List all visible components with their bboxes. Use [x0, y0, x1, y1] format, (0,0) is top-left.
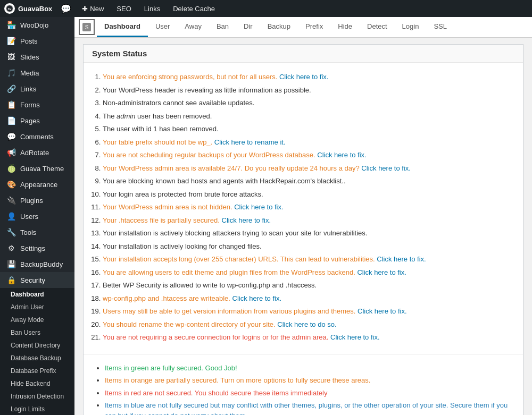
sidebar-item-label: Appearance	[20, 181, 57, 189]
tab-prefix[interactable]: Prefix	[298, 17, 330, 37]
status-list: You are enforcing strong passwords, but …	[84, 63, 523, 352]
status-item-14: Your installation is actively looking fo…	[103, 241, 514, 252]
tab-away[interactable]: Away	[177, 17, 209, 37]
admin-bar: W GuavaBox 💬 ✚ New SEO Links Delete Cach…	[0, 0, 532, 17]
plugin-tabs: Dashboard User Away Ban Dir Backup Prefi…	[97, 17, 454, 37]
legend-item-red: Items in red are not secured. You should…	[105, 388, 514, 399]
status-item-20: You should rename the wp-content directo…	[103, 319, 514, 330]
sidebar-item-guavatheme[interactable]: 🍈 Guava Theme	[0, 160, 74, 176]
sidebar-item-security[interactable]: 🔒 Security	[0, 272, 74, 288]
sidebar-item-label: Slides	[20, 53, 39, 61]
submenu-item-database-backup[interactable]: Database Backup	[0, 352, 74, 365]
delete-cache-menu[interactable]: Delete Cache	[171, 5, 217, 13]
new-label: New	[90, 5, 104, 13]
fix-link-16[interactable]: Click here to fix.	[357, 268, 406, 276]
sidebar-item-label: Forms	[20, 101, 40, 109]
tab-login[interactable]: Login	[395, 17, 427, 37]
tab-user[interactable]: User	[148, 17, 177, 37]
fix-link-20[interactable]: Click here to do so.	[277, 320, 336, 328]
submenu-item-content-directory[interactable]: Content Directory	[0, 339, 74, 352]
plus-icon: ✚	[82, 5, 88, 13]
sidebar-item-woodojo[interactable]: 🏪 WooDojo	[0, 17, 74, 33]
fix-link-15[interactable]: Click here to fix.	[377, 255, 426, 263]
status-item-10: Your login area is protected from brute …	[103, 189, 514, 200]
sidebar-item-users[interactable]: 👤 Users	[0, 208, 74, 224]
submenu-item-ban-users[interactable]: Ban Users	[0, 326, 74, 339]
sidebar-item-label: Security	[20, 276, 45, 284]
legend-item-orange: Items in orange are partially secured. T…	[105, 375, 514, 386]
sidebar-item-label: AdRotate	[20, 149, 49, 157]
fix-link-18[interactable]: Click here to fix.	[232, 294, 281, 302]
sidebar-item-posts[interactable]: 📝 Posts	[0, 33, 74, 49]
sidebar-item-forms[interactable]: 📋 Forms	[0, 97, 74, 113]
status-item-1: You are enforcing strong passwords, but …	[103, 72, 514, 82]
forms-icon: 📋	[6, 100, 16, 109]
status-item-13: Your installation is actively blocking a…	[103, 228, 514, 239]
sidebar-item-label: Media	[20, 69, 39, 77]
status-item-15: Your installation accepts long (over 255…	[103, 254, 514, 265]
status-item-9: You are blocking known bad hosts and age…	[103, 176, 514, 187]
seo-menu[interactable]: SEO	[114, 5, 133, 13]
tab-backup[interactable]: Backup	[260, 17, 298, 37]
tab-ssl[interactable]: SSL	[426, 17, 454, 37]
adrotate-icon: 📢	[6, 148, 16, 157]
plugin-icon: S	[79, 19, 95, 35]
woodojo-icon: 🏪	[6, 21, 16, 29]
submenu-item-away-mode[interactable]: Away Mode	[0, 314, 74, 326]
sidebar-item-label: Tools	[20, 228, 36, 236]
fix-link-6[interactable]: Click here to rename it.	[214, 138, 286, 146]
wp-icon: W	[4, 3, 15, 14]
status-item-2: Your WordPress header is revealing as li…	[103, 85, 514, 96]
sidebar-item-media[interactable]: 🎵 Media	[0, 65, 74, 81]
security-icon: 🔒	[6, 276, 16, 284]
sidebar-item-label: Users	[20, 213, 38, 221]
links-menu[interactable]: Links	[142, 5, 162, 13]
sidebar-item-pages[interactable]: 📄 Pages	[0, 113, 74, 129]
site-logo[interactable]: W GuavaBox	[4, 3, 52, 14]
fix-link-1[interactable]: Click here to fix.	[279, 73, 328, 81]
sidebar-item-links[interactable]: 🔗 Links	[0, 81, 74, 97]
guavatheme-icon: 🍈	[6, 164, 16, 173]
fix-link-12[interactable]: Click here to fix.	[222, 216, 271, 224]
sidebar-item-appearance[interactable]: 🎨 Appearance	[0, 176, 74, 192]
fix-link-21[interactable]: Click here to fix.	[330, 333, 379, 341]
submenu-item-admin-user[interactable]: Admin User	[0, 301, 74, 314]
fix-link-19[interactable]: Click here to fix.	[358, 307, 406, 315]
fix-link-11[interactable]: Click here to fix.	[234, 203, 283, 211]
status-item-18: wp-config.php and .htacess are writeable…	[103, 293, 514, 304]
sidebar-item-tools[interactable]: 🔧 Tools	[0, 224, 74, 240]
main-content: S Dashboard User Away Ban Dir Backup Pre…	[74, 17, 532, 415]
plugin-header: S Dashboard User Away Ban Dir Backup Pre…	[74, 17, 532, 38]
security-submenu: Dashboard Admin User Away Mode Ban Users…	[0, 288, 74, 415]
status-item-4: The admin user has been removed.	[103, 111, 514, 122]
status-item-11: Your WordPress admin area is not hidden.…	[103, 202, 514, 213]
sidebar-item-label: Posts	[20, 37, 38, 45]
new-menu[interactable]: ✚ New	[80, 5, 106, 13]
tab-dashboard[interactable]: Dashboard	[97, 17, 148, 37]
tab-ban[interactable]: Ban	[209, 17, 236, 37]
sidebar-item-slides[interactable]: 🖼 Slides	[0, 49, 74, 65]
svg-text:S: S	[85, 24, 89, 30]
tab-detect[interactable]: Detect	[360, 17, 395, 37]
slides-icon: 🖼	[6, 53, 16, 61]
posts-icon: 📝	[6, 37, 16, 45]
sidebar-item-backupbuddy[interactable]: 💾 BackupBuddy	[0, 256, 74, 272]
settings-icon: ⚙	[6, 244, 16, 252]
submenu-item-dashboard[interactable]: Dashboard	[0, 288, 74, 301]
submenu-item-login-limits[interactable]: Login Limits	[0, 403, 74, 415]
sidebar-item-comments[interactable]: 💬 Comments	[0, 129, 74, 145]
tab-dir[interactable]: Dir	[236, 17, 260, 37]
submenu-item-database-prefix[interactable]: Database Prefix	[0, 365, 74, 377]
submenu-item-intrusion-detection[interactable]: Intrusion Detection	[0, 390, 74, 403]
status-item-16: You are allowing users to edit theme and…	[103, 267, 514, 278]
tab-hide[interactable]: Hide	[330, 17, 360, 37]
fix-link-7[interactable]: Click here to fix.	[317, 151, 366, 159]
submenu-item-hide-backend[interactable]: Hide Backend	[0, 377, 74, 390]
sidebar-item-plugins[interactable]: 🔌 Plugins	[0, 192, 74, 208]
sidebar-item-adrotate[interactable]: 📢 AdRotate	[0, 145, 74, 160]
status-item-12: Your .htaccess file is partially secured…	[103, 215, 514, 226]
fix-link-8[interactable]: Click here to fix.	[361, 164, 410, 172]
sidebar-item-label: Links	[20, 85, 36, 93]
sidebar-item-settings[interactable]: ⚙ Settings	[0, 240, 74, 256]
tools-icon: 🔧	[6, 228, 16, 236]
